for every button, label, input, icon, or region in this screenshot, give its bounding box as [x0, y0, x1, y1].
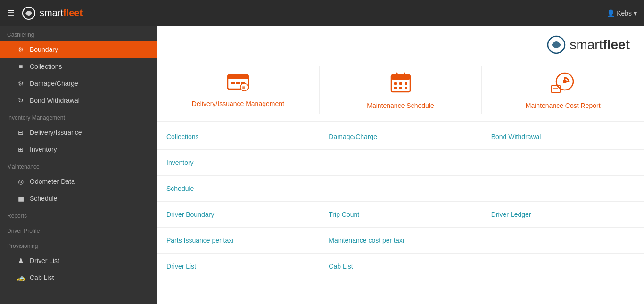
sidebar-label-delivery: Delivery/Issuance	[30, 129, 82, 136]
link-cell-schedule: Schedule	[157, 181, 319, 197]
cab-list-content-link[interactable]: Cab List	[329, 263, 353, 270]
bond-withdrawal-link[interactable]: Bond Withdrawal	[491, 133, 541, 140]
sidebar-item-inventory[interactable]: ⊞ Inventory	[0, 141, 157, 158]
link-cell-bond: Bond Withdrawal	[482, 129, 644, 145]
feature-card-delivery[interactable]: ≡ Delivery/Issuance Management	[157, 66, 320, 114]
links-section: Collections Damage/Charge Bond Withdrawa…	[157, 122, 644, 282]
driver-boundary-link[interactable]: Driver Boundary	[166, 211, 214, 218]
link-cell-driver-list: Driver List	[157, 258, 319, 274]
svg-rect-13	[394, 82, 397, 85]
link-cell-collections: Collections	[157, 129, 319, 145]
content-logo: smartfleet	[157, 26, 644, 59]
link-cell-driver-ledger: Driver Ledger	[482, 206, 644, 222]
links-row-cashiering: Collections Damage/Charge Bond Withdrawa…	[157, 124, 644, 150]
maintenance-schedule-icon	[389, 71, 412, 98]
logo-icon	[22, 6, 36, 20]
link-cell-parts-issuance: Parts Issuance per taxi	[157, 232, 319, 248]
feature-card-maintenance-schedule[interactable]: Maintenance Schedule	[320, 66, 482, 114]
collections-icon: ≡	[17, 63, 25, 70]
sidebar-section-reports: Reports	[0, 207, 157, 222]
inventory-link[interactable]: Inventory	[166, 159, 194, 166]
sidebar-label-driver-list: Driver List	[30, 257, 59, 264]
driver-ledger-link[interactable]: Driver Ledger	[491, 211, 531, 218]
sidebar-item-boundary[interactable]: ⚙ Boundary	[0, 41, 157, 58]
delivery-management-icon: ≡	[226, 71, 250, 96]
content-logo-text: smartfleet	[570, 37, 630, 52]
sidebar-section-maintenance: Maintenance	[0, 158, 157, 173]
sidebar-item-odometer[interactable]: ◎ Odometer Data	[0, 173, 157, 190]
driver-list-icon: ♟	[17, 257, 25, 264]
logo-text: smartfleet	[40, 8, 83, 18]
schedule-link[interactable]: Schedule	[166, 185, 194, 192]
odometer-icon: ◎	[17, 178, 25, 185]
damage-icon: ⚙	[17, 80, 25, 87]
cost-report-label: Maintenance Cost Report	[526, 102, 601, 109]
svg-rect-4	[231, 82, 235, 84]
svg-rect-23	[552, 85, 560, 93]
sidebar-label-damage: Damage/Charge	[30, 80, 78, 87]
maintenance-schedule-label: Maintenance Schedule	[367, 102, 434, 109]
hamburger-menu[interactable]: ☰	[7, 8, 15, 18]
cab-list-icon: 🚕	[17, 274, 25, 281]
links-row-inventory: Inventory	[157, 150, 644, 176]
sidebar-item-damage-charge[interactable]: ⚙ Damage/Charge	[0, 75, 157, 92]
sidebar-item-delivery-issuance[interactable]: ⊟ Delivery/Issuance	[0, 124, 157, 141]
links-row-provisioning: Driver List Cab List	[157, 254, 644, 279]
sidebar-item-bond-withdrawal[interactable]: ↻ Bond Withdrawal	[0, 92, 157, 109]
svg-rect-17	[399, 87, 402, 89]
driver-list-content-link[interactable]: Driver List	[166, 263, 196, 270]
sidebar: Cashiering ⚙ Boundary ≡ Collections ⚙ Da…	[0, 26, 157, 304]
top-navigation: ☰ smartfleet 👤 Kebs ▾	[0, 0, 644, 26]
svg-rect-15	[405, 82, 407, 85]
links-row-schedule: Schedule	[157, 176, 644, 202]
sidebar-section-provisioning: Provisioning	[0, 237, 157, 252]
sidebar-label-odometer: Odometer Data	[30, 178, 75, 185]
svg-rect-16	[394, 87, 397, 89]
collections-link[interactable]: Collections	[166, 133, 198, 140]
sidebar-item-collections[interactable]: ≡ Collections	[0, 58, 157, 75]
inventory-icon: ⊞	[17, 146, 25, 153]
link-cell-driver-boundary: Driver Boundary	[157, 206, 319, 222]
bond-icon: ↻	[17, 97, 25, 104]
link-cell-cab-list: Cab List	[319, 258, 481, 274]
boundary-icon: ⚙	[17, 46, 25, 53]
svg-text:≡: ≡	[242, 85, 245, 90]
sidebar-label-boundary: Boundary	[30, 46, 58, 53]
link-cell-trip-count: Trip Count	[319, 206, 481, 222]
links-row-parts: Parts Issuance per taxi Maintenance cost…	[157, 228, 644, 254]
sidebar-label-inventory: Inventory	[30, 146, 57, 153]
link-cell-maintenance-cost-taxi: Maintenance cost per taxi	[319, 232, 481, 248]
feature-card-cost-report[interactable]: Maintenance Cost Report	[482, 66, 644, 114]
sidebar-section-cashiering: Cashiering	[0, 26, 157, 41]
sidebar-section-driver-profile: Driver Profile	[0, 222, 157, 237]
maintenance-cost-taxi-link[interactable]: Maintenance cost per taxi	[329, 237, 404, 244]
delivery-icon: ⊟	[17, 129, 25, 136]
link-cell-damage: Damage/Charge	[319, 129, 481, 145]
svg-rect-14	[399, 82, 402, 85]
sidebar-label-bond: Bond Withdrawal	[30, 97, 80, 104]
sidebar-section-inventory-mgmt: Inventory Management	[0, 109, 157, 124]
logo: smartfleet	[22, 6, 83, 20]
content-area: smartfleet	[157, 26, 644, 304]
schedule-icon: ▦	[17, 195, 25, 202]
svg-rect-10	[391, 75, 410, 80]
svg-rect-18	[405, 87, 407, 89]
damage-charge-link[interactable]: Damage/Charge	[329, 133, 377, 140]
user-menu[interactable]: 👤 Kebs ▾	[607, 9, 637, 17]
feature-cards-row: ≡ Delivery/Issuance Management	[157, 59, 644, 122]
svg-rect-5	[236, 82, 240, 84]
content-card: smartfleet	[157, 26, 644, 304]
svg-rect-3	[228, 75, 248, 79]
parts-issuance-link[interactable]: Parts Issuance per taxi	[166, 237, 233, 244]
sidebar-item-driver-list[interactable]: ♟ Driver List	[0, 252, 157, 269]
sidebar-label-schedule: Schedule	[30, 195, 57, 202]
sidebar-item-schedule[interactable]: ▦ Schedule	[0, 190, 157, 207]
sidebar-item-cab-list[interactable]: 🚕 Cab List	[0, 269, 157, 286]
links-row-reports: Driver Boundary Trip Count Driver Ledger	[157, 202, 644, 228]
sidebar-label-cab-list: Cab List	[30, 274, 54, 281]
link-cell-inventory: Inventory	[157, 155, 319, 171]
content-logo-icon	[547, 35, 566, 54]
trip-count-link[interactable]: Trip Count	[329, 211, 359, 218]
cost-report-icon	[551, 71, 575, 98]
sidebar-label-collections: Collections	[30, 63, 62, 70]
